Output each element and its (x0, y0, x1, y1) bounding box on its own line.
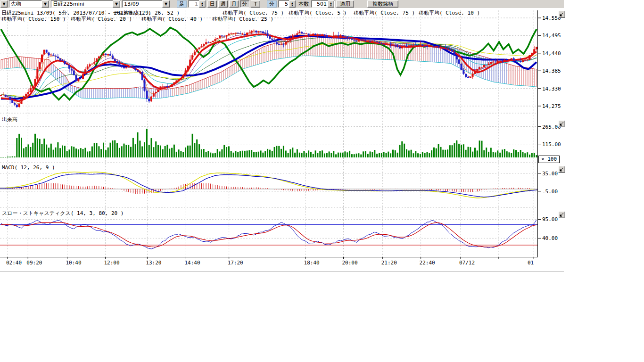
svg-text:40.00: 40.00 (542, 235, 558, 241)
svg-text:12:00: 12:00 (104, 260, 119, 266)
svg-text:01: 01 (528, 260, 534, 266)
macd-pane-title: MACD( 12, 26, 9 ) (2, 165, 55, 171)
svg-text:14:40: 14:40 (184, 260, 200, 266)
svg-text:22:40: 22:40 (420, 260, 435, 266)
svg-text:07/12: 07/12 (459, 260, 475, 266)
svg-text:14,330: 14,330 (542, 86, 561, 92)
legend-ma40: 移動平均( Close, 40 ) (141, 16, 203, 23)
svg-text:02:40: 02:40 (6, 260, 22, 266)
macd-signal-line (0, 172, 537, 198)
svg-text:14,275: 14,275 (542, 103, 561, 109)
legend-ma25: 移動平均( Close, 25 ) (212, 16, 273, 23)
stochastics-lines (1, 220, 537, 249)
ma-green (1, 27, 537, 99)
stoch-d-line (1, 222, 537, 247)
legend-ma150: 移動平均( Close, 150 ) (1, 16, 66, 23)
svg-text:14,440: 14,440 (542, 50, 561, 57)
svg-text:10:40: 10:40 (66, 260, 82, 266)
macd-pane-menu-button[interactable] (558, 166, 565, 173)
chart-canvas[interactable]: 14,55014,49514,44014,38514,33014,275265.… (0, 0, 585, 283)
diagonal-arrow-icon (560, 122, 564, 126)
svg-text:14,385: 14,385 (542, 68, 561, 74)
svg-text:13:20: 13:20 (146, 260, 161, 266)
volume-bars (0, 129, 537, 157)
chart-area[interactable]: 14,55014,49514,44014,38514,33014,275265.… (0, 0, 644, 362)
svg-text:115.00: 115.00 (542, 141, 561, 148)
svg-text:-5.00: -5.00 (542, 189, 558, 195)
volume-pane-menu-button[interactable] (558, 120, 565, 127)
diagonal-arrow-icon (560, 167, 564, 172)
svg-text:17:20: 17:20 (228, 260, 243, 266)
svg-text:18:40: 18:40 (304, 260, 320, 266)
svg-text:21:20: 21:20 (381, 260, 397, 266)
svg-text:35.00: 35.00 (542, 171, 558, 177)
svg-text:09:20: 09:20 (26, 260, 42, 266)
svg-text:14,495: 14,495 (542, 33, 561, 39)
stochastics-pane-title: スロー・ストキャスティクス( 14, 3, 80, 20 ) (2, 210, 124, 217)
thick-ma-lines (1, 27, 537, 101)
price-pane-menu-button[interactable] (558, 11, 565, 18)
diagonal-arrow-icon (560, 213, 564, 217)
macd-lines (0, 172, 537, 198)
legend-ma5: 移動平均( Close, 5 ) (289, 9, 347, 16)
stochastics-pane-menu-button[interactable] (558, 211, 565, 218)
volume-multiplier-badge: × 100 (538, 156, 560, 163)
legend-ma75-b: 移動平均( Close, 75 ) (354, 9, 415, 16)
legend-ma10: 移動平均( Close, 10 ) (419, 9, 480, 16)
svg-text:20:00: 20:00 (342, 260, 357, 266)
volume-pane-title: 出来高 (2, 116, 17, 123)
ma-red (1, 34, 537, 101)
macd-histogram (1, 183, 537, 194)
legend-ma20: 移動平均( Close, 20 ) (71, 16, 132, 23)
diagonal-arrow-icon (560, 12, 564, 16)
svg-text:95.00: 95.00 (542, 216, 558, 222)
